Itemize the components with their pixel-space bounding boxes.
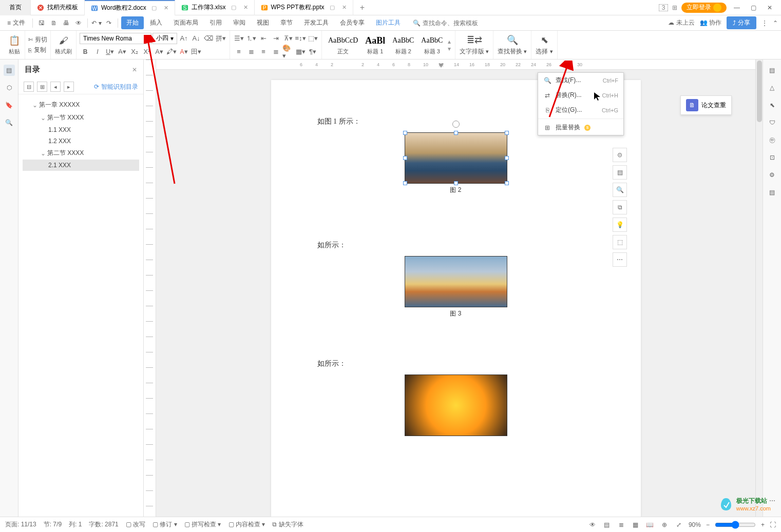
copy-button[interactable]: ⎘ 复制: [28, 46, 47, 55]
minimize-button[interactable]: —: [731, 2, 743, 14]
menu-start[interactable]: 开始: [121, 16, 144, 29]
rotate-handle[interactable]: [452, 121, 460, 128]
style-body[interactable]: AaBbCcD正文: [325, 34, 361, 55]
toc-item-section1[interactable]: ⌄第一节 XXXX: [23, 111, 139, 124]
increase-indent-icon[interactable]: ⇥: [270, 33, 281, 44]
img-light-icon[interactable]: 💡: [613, 218, 627, 232]
show-marks-icon[interactable]: ¶▾: [307, 46, 318, 57]
style-h2[interactable]: AaBbC标题 2: [389, 34, 417, 55]
rpane-more-icon[interactable]: ▤: [767, 187, 778, 198]
status-word-count[interactable]: 字数: 2871: [89, 520, 118, 529]
strikethrough-icon[interactable]: A▾: [117, 46, 128, 57]
collab-button[interactable]: 👥 协作: [700, 18, 721, 27]
view-read-icon[interactable]: 📖: [645, 520, 655, 529]
img-zoom-icon[interactable]: 🔍: [613, 183, 627, 197]
toc-item-2-1[interactable]: 2.1 XXX: [23, 160, 139, 171]
find-replace-button[interactable]: 🔍 查找替换 ▾: [498, 34, 527, 56]
border-icon[interactable]: ▦▾: [295, 46, 306, 57]
preview-icon[interactable]: 👁: [73, 17, 84, 29]
paper-check-panel[interactable]: 🗎 论文查重: [680, 95, 732, 115]
toc-expand-icon[interactable]: ⊞: [37, 82, 47, 92]
style-scroll-down-icon[interactable]: ▾: [448, 45, 451, 52]
image-selected[interactable]: [405, 132, 507, 184]
bullet-list-icon[interactable]: ☰▾: [233, 33, 244, 44]
fullscreen-icon[interactable]: ⛶: [770, 521, 776, 528]
fill-color-icon[interactable]: 🎨▾: [282, 46, 294, 57]
smart-toc-button[interactable]: ⟳ 智能识别目录: [94, 83, 138, 91]
img-effect-icon[interactable]: ⬚: [613, 235, 627, 249]
target-icon[interactable]: ⊕: [660, 520, 669, 529]
toc-item-1-2[interactable]: 1.2 XXX: [23, 135, 139, 147]
nav-bookmark-icon[interactable]: 🔖: [4, 100, 15, 111]
zoom-out-icon[interactable]: −: [706, 521, 710, 528]
eye-icon[interactable]: 👁: [588, 520, 597, 529]
menu-dev[interactable]: 开发工具: [299, 16, 334, 29]
decrease-indent-icon[interactable]: ⇤: [258, 33, 269, 44]
tab-word[interactable]: W Word教程2.docx ▢ ✕: [85, 0, 175, 15]
ruler-horizontal[interactable]: 6 4 2 2 4 6 8 10 12 14 16 18 20 22 24 26…: [156, 60, 755, 70]
status-page[interactable]: 页面: 11/13: [5, 520, 36, 529]
status-spellcheck[interactable]: ▢ 拼写检查 ▾: [184, 520, 221, 529]
align-right-icon[interactable]: ≡: [258, 46, 269, 57]
resize-handle[interactable]: [403, 156, 407, 160]
tab-maximize-icon[interactable]: ▢: [330, 4, 335, 11]
italic-icon[interactable]: I: [92, 46, 103, 57]
menu-layout[interactable]: 页面布局: [168, 16, 203, 29]
nav-outline-icon[interactable]: ▤: [4, 65, 15, 76]
img-layout-icon[interactable]: ⊝: [613, 148, 627, 162]
status-section[interactable]: 节: 7/9: [44, 520, 62, 529]
zoom-slider[interactable]: [715, 521, 756, 529]
collapse-ribbon-icon[interactable]: ⌃: [773, 19, 778, 27]
select-button[interactable]: ⬉ 选择 ▾: [536, 34, 553, 56]
fit-icon[interactable]: ⤢: [674, 520, 683, 529]
nav-shapes-icon[interactable]: ⬡: [4, 82, 15, 93]
dropdown-replace[interactable]: ⇄ 替换(R)... Ctrl+H: [538, 88, 623, 103]
image[interactable]: [405, 375, 507, 436]
rpane-tools-icon[interactable]: △: [767, 82, 778, 93]
rpane-thumbnail-icon[interactable]: ▤: [767, 65, 778, 76]
shading-icon[interactable]: 田▾: [191, 46, 202, 57]
login-button[interactable]: 立即登录: [681, 3, 727, 13]
cut-button[interactable]: ✄ 剪切: [28, 35, 47, 45]
ruler-vertical[interactable]: [144, 60, 156, 517]
format-painter-button[interactable]: 🖌 格式刷: [55, 34, 72, 55]
font-name-combo[interactable]: Times New Roma▾: [80, 33, 151, 44]
image-caption[interactable]: 图 2: [317, 186, 595, 194]
underline-icon[interactable]: U▾: [104, 46, 116, 57]
rpane-assets-icon[interactable]: ⊡: [767, 152, 778, 163]
save-as-icon[interactable]: 🗎: [48, 17, 60, 29]
share-button[interactable]: ⤴ 分享: [727, 16, 756, 29]
subscript-icon[interactable]: X₂: [129, 46, 140, 57]
body-text[interactable]: 如所示：: [317, 241, 595, 250]
zoom-in-icon[interactable]: +: [761, 521, 765, 528]
tab-add-button[interactable]: +: [353, 3, 372, 12]
undo-icon[interactable]: ↶ ▾: [91, 17, 102, 29]
bold-icon[interactable]: B: [80, 46, 91, 57]
status-content-check[interactable]: ▢ 内容检查 ▾: [228, 520, 265, 529]
toc-item-section2[interactable]: ⌄第二节 XXXX: [23, 147, 139, 160]
resize-handle[interactable]: [505, 131, 509, 135]
number-list-icon[interactable]: ⒈▾: [245, 33, 257, 44]
img-crop-icon[interactable]: ⧉: [613, 200, 627, 214]
status-missing-font[interactable]: ⧉ 缺失字体: [272, 520, 303, 529]
style-h3[interactable]: AaBbC标题 3: [418, 34, 446, 55]
resize-handle[interactable]: [454, 131, 458, 135]
toc-collapse-icon[interactable]: ⊟: [24, 82, 34, 92]
img-more-icon[interactable]: ⋯: [613, 252, 627, 267]
status-column[interactable]: 列: 1: [69, 520, 82, 529]
image-caption[interactable]: 图 3: [317, 309, 595, 318]
clear-format-icon[interactable]: ⌫: [203, 33, 214, 44]
scrollbar-vertical[interactable]: [755, 60, 763, 517]
menu-review[interactable]: 审阅: [228, 16, 251, 29]
resize-handle[interactable]: [403, 131, 407, 135]
command-search[interactable]: 🔍: [413, 19, 484, 27]
tab-ppt[interactable]: P WPS PPT教程.pptx ▢ ✕: [255, 0, 353, 15]
view-page-icon[interactable]: ▤: [602, 520, 612, 529]
font-size-combo[interactable]: 小四▾: [153, 33, 177, 44]
menu-view[interactable]: 视图: [252, 16, 274, 29]
phonetic-icon[interactable]: 拼▾: [215, 33, 226, 44]
body-text[interactable]: 如所示：: [317, 359, 595, 368]
tab-home[interactable]: 首页: [0, 0, 31, 15]
align-left-icon[interactable]: ≡: [233, 46, 244, 57]
sort-icon[interactable]: ⊼▾: [282, 33, 294, 44]
